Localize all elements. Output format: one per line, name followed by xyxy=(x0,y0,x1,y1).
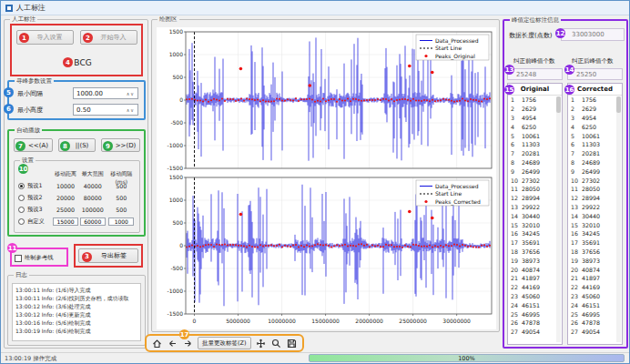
original-peaks-list[interactable]: Original 1175622629349544625051006161130… xyxy=(507,83,563,345)
peak-row[interactable]: 1128050 xyxy=(508,185,562,194)
peak-row[interactable]: 2647878 xyxy=(508,318,562,328)
import-settings-button[interactable]: 1 导入设置 xyxy=(16,30,74,45)
min-interval-spinner[interactable]: ∧∨ xyxy=(127,91,135,96)
peak-row[interactable]: 11756 xyxy=(568,96,622,105)
min-height-spinner[interactable]: ∧∨ xyxy=(127,107,135,113)
pan-icon[interactable] xyxy=(255,338,267,349)
peak-row[interactable]: 2546995 xyxy=(568,309,622,318)
min-interval-input[interactable]: 1000.00 ∧∨ xyxy=(73,87,138,99)
svg-text:-500: -500 xyxy=(170,265,183,271)
peak-row[interactable]: 824689 xyxy=(508,158,562,167)
preset-custom-input[interactable] xyxy=(108,217,134,226)
log-list[interactable]: 13:00:11 Info: (1/6)导入完成13:00:11 Info: (… xyxy=(12,283,141,341)
preset-radio[interactable] xyxy=(18,207,25,213)
start-import-button[interactable]: 2 开始导入 xyxy=(80,30,137,45)
peak-row[interactable]: 824689 xyxy=(568,158,622,167)
peak-row[interactable]: 611303 xyxy=(568,140,622,149)
back-icon[interactable] xyxy=(167,338,178,349)
min-height-value: 0.50 xyxy=(76,106,91,114)
pause-label: ||(S) xyxy=(76,142,89,149)
badge-5: 5 xyxy=(4,87,14,97)
min-height-input[interactable]: 0.50 ∧∨ xyxy=(73,104,138,116)
peak-row[interactable]: 926499 xyxy=(508,167,562,176)
peak-row[interactable]: 34954 xyxy=(568,114,622,123)
peak-row[interactable]: 2345060 xyxy=(508,292,562,301)
peak-row[interactable]: 2647878 xyxy=(568,318,622,328)
batch-edit-labels-button[interactable]: 批量更改标签(Z) xyxy=(198,337,251,349)
peak-row[interactable]: 1027302 xyxy=(568,176,622,185)
reference-line-checkbox[interactable] xyxy=(15,255,22,262)
home-icon[interactable] xyxy=(151,338,163,349)
peak-row[interactable]: 11756 xyxy=(508,96,562,105)
peak-row[interactable]: 1735691 xyxy=(508,238,562,248)
peak-row[interactable]: 1634245 xyxy=(508,229,562,238)
before-count-label: 纠正前峰值个数 xyxy=(513,57,555,66)
peak-row[interactable]: 1228994 xyxy=(508,194,562,203)
peak-row[interactable]: 1938973 xyxy=(568,256,622,265)
peak-row[interactable]: 2446151 xyxy=(568,300,622,309)
peak-row[interactable]: 2040874 xyxy=(568,265,622,274)
corrected-peaks-list[interactable]: Corrected 117562262934954462505100616113… xyxy=(567,83,623,345)
peak-row[interactable]: 1938973 xyxy=(508,256,562,265)
peak-row[interactable]: 1228994 xyxy=(568,194,622,203)
peak-row[interactable]: 510061 xyxy=(568,131,622,140)
peak-row[interactable]: 1532010 xyxy=(508,220,562,229)
peak-row[interactable]: 926499 xyxy=(568,167,622,176)
peak-row[interactable]: 1634245 xyxy=(568,229,622,238)
peak-row[interactable]: 1532010 xyxy=(568,220,622,229)
peak-row[interactable]: 1837656 xyxy=(508,248,562,257)
corrected-scrollbar[interactable] xyxy=(616,96,621,342)
peak-row[interactable]: 1430440 xyxy=(568,211,622,220)
peak-row[interactable]: 2244169 xyxy=(508,283,562,292)
badge-16: 16 xyxy=(564,85,574,95)
peak-row[interactable]: 2040874 xyxy=(508,265,562,274)
original-rows: 1175622629349544625051006161130372028182… xyxy=(508,96,562,337)
peak-row[interactable]: 22629 xyxy=(568,105,622,114)
peak-row[interactable]: 46250 xyxy=(508,122,562,131)
peak-row[interactable]: 1329922 xyxy=(508,203,562,212)
svg-text:Peaks_Corrected: Peaks_Corrected xyxy=(435,198,481,206)
preset-custom-input[interactable] xyxy=(53,217,78,226)
save-icon[interactable] xyxy=(286,338,298,349)
peak-row[interactable]: 2749054 xyxy=(508,328,562,337)
svg-text:30000000: 30000000 xyxy=(442,318,471,324)
peak-row[interactable]: 46250 xyxy=(568,122,622,131)
peak-row[interactable]: 22629 xyxy=(508,105,562,114)
peak-row[interactable]: 1837656 xyxy=(568,248,622,257)
peak-row[interactable]: 510061 xyxy=(508,131,562,140)
peak-row[interactable]: 34954 xyxy=(508,114,562,123)
peak-row[interactable]: 611303 xyxy=(508,140,562,149)
peak-row[interactable]: 2141897 xyxy=(508,274,562,283)
peak-row[interactable]: 1128050 xyxy=(568,185,622,194)
move-forward-button[interactable]: 9 >>(D) xyxy=(101,138,140,152)
pause-button[interactable]: 8 ||(S) xyxy=(58,138,96,152)
peak-row[interactable]: 1027302 xyxy=(508,176,562,185)
peak-row[interactable]: 2749054 xyxy=(568,328,622,337)
peak-row[interactable]: 1329922 xyxy=(568,203,622,212)
peak-row[interactable]: 1735691 xyxy=(568,238,622,248)
preset-settings-group: 设置 10 移动距离最大范围移动间隔(ms) 预设11000040000500 … xyxy=(14,160,140,233)
peak-row[interactable]: 720281 xyxy=(568,149,622,158)
peak-row[interactable]: 2244169 xyxy=(568,283,622,292)
svg-text:500: 500 xyxy=(173,74,184,80)
peak-row[interactable]: 2446151 xyxy=(508,300,562,309)
peak-row[interactable]: 1430440 xyxy=(508,211,562,220)
svg-text:20000000: 20000000 xyxy=(355,318,383,324)
peak-row[interactable]: 720281 xyxy=(508,149,562,158)
log-line: 13:00:16 Info: (5/6)绘制完成 xyxy=(15,318,137,327)
peak-row[interactable]: 2345060 xyxy=(568,292,622,301)
original-scrollbar-thumb[interactable] xyxy=(556,96,561,113)
peak-row[interactable]: 2141897 xyxy=(568,274,622,283)
original-scrollbar[interactable] xyxy=(556,96,561,342)
corrected-scrollbar-thumb[interactable] xyxy=(616,96,621,113)
zoom-icon[interactable] xyxy=(270,338,282,349)
preset-radio[interactable] xyxy=(18,183,25,189)
preset-radio[interactable] xyxy=(18,195,25,201)
preset-custom-input[interactable] xyxy=(80,217,106,226)
move-back-button[interactable]: 7 <<(A) xyxy=(14,138,53,152)
export-labels-button[interactable]: 3 导出标签 xyxy=(78,248,138,263)
preset-radio[interactable] xyxy=(18,218,25,225)
chart-bottom[interactable]: -1500-1000-50005001000150005000000100000… xyxy=(157,173,496,329)
peak-row[interactable]: 2546995 xyxy=(508,309,562,318)
chart-top[interactable]: -1500-1000-500050010001500Data_Processed… xyxy=(157,27,496,173)
